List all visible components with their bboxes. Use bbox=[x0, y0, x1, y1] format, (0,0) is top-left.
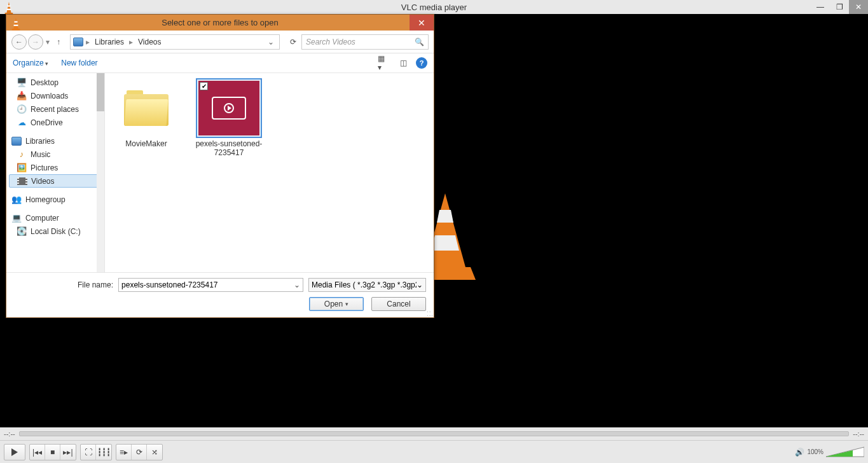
tree-computer[interactable]: 💻Computer bbox=[9, 211, 104, 225]
tree-desktop[interactable]: 🖥️Desktop bbox=[9, 76, 104, 89]
file-open-dialog: Select one or more files to open ✕ ← → ▾… bbox=[6, 14, 434, 318]
file-item-video[interactable]: ✔ pexels-sunsetoned-7235417 bbox=[194, 79, 264, 158]
tree-videos[interactable]: Videos bbox=[9, 174, 104, 188]
window-buttons: — ❐ ✕ bbox=[811, 0, 868, 14]
svg-rect-2 bbox=[7, 9, 11, 10]
minimize-button[interactable]: — bbox=[811, 0, 830, 14]
tree-scroll-thumb[interactable] bbox=[97, 73, 104, 111]
music-icon: ♪ bbox=[17, 149, 27, 160]
vlc-main-window: VLC media player — ❐ ✕ --:-- --:-- |◂◂ ■… bbox=[0, 0, 868, 463]
resize-grip[interactable]: . .. . . bbox=[427, 308, 432, 316]
close-button[interactable]: ✕ bbox=[849, 0, 868, 14]
breadcrumb-libraries[interactable]: Libraries bbox=[92, 38, 127, 46]
toolbar-right: ▦ ▾ ◫ ? bbox=[378, 57, 427, 69]
new-folder-button[interactable]: New folder bbox=[61, 59, 97, 67]
filename-label: File name: bbox=[78, 280, 113, 289]
tree-downloads[interactable]: 📥Downloads bbox=[9, 89, 104, 102]
tree-label: Computer bbox=[25, 214, 59, 223]
tree-label: Libraries bbox=[25, 137, 55, 146]
tree-local-disk[interactable]: 💽Local Disk (C:) bbox=[9, 225, 104, 238]
file-type-filter[interactable]: Media Files ( *.3g2 *.3gp *.3gp2 ⌄ bbox=[308, 278, 426, 292]
breadcrumb-videos[interactable]: Videos bbox=[135, 38, 163, 46]
tree-label: Videos bbox=[31, 177, 54, 186]
file-name: MovieMaker bbox=[125, 139, 167, 148]
tree-pictures[interactable]: 🖼️Pictures bbox=[9, 161, 104, 174]
folder-icon bbox=[114, 79, 178, 137]
skip-group: |◂◂ ■ ▸▸| bbox=[29, 444, 76, 460]
svg-marker-8 bbox=[11, 448, 18, 456]
loop-button[interactable]: ⟳ bbox=[132, 445, 147, 460]
onedrive-icon: ☁ bbox=[17, 118, 27, 128]
svg-marker-11 bbox=[13, 17, 18, 28]
selection-checkbox[interactable]: ✔ bbox=[200, 82, 208, 90]
playlist-button[interactable]: ≡▸ bbox=[116, 445, 132, 460]
libraries-icon bbox=[11, 136, 22, 146]
file-name: pexels-sunsetoned-7235417 bbox=[194, 139, 264, 158]
button-label: Open bbox=[324, 300, 343, 308]
dialog-close-button[interactable]: ✕ bbox=[410, 15, 434, 31]
disk-icon: 💽 bbox=[17, 226, 27, 237]
view-mode-button[interactable]: ▦ ▾ bbox=[378, 57, 390, 69]
search-input[interactable] bbox=[306, 38, 415, 46]
open-button[interactable]: Open▾ bbox=[309, 297, 364, 311]
svg-rect-12 bbox=[14, 21, 17, 22]
stop-button[interactable]: ■ bbox=[45, 445, 60, 460]
shuffle-button[interactable]: ⤨ bbox=[147, 445, 162, 460]
nav-back-button[interactable]: ← bbox=[11, 34, 27, 50]
file-item-folder[interactable]: MovieMaker bbox=[111, 79, 181, 148]
tree-label: Downloads bbox=[31, 92, 68, 100]
libraries-icon bbox=[73, 37, 83, 47]
nav-up-button[interactable]: ↑ bbox=[52, 36, 65, 48]
tree-homegroup[interactable]: 👥Homegroup bbox=[9, 193, 104, 206]
seek-slider[interactable] bbox=[19, 431, 850, 436]
file-list[interactable]: MovieMaker ✔ pexels-sunsetoned-7235417 bbox=[105, 73, 434, 272]
breadcrumb-bar[interactable]: ▸ Libraries ▸ Videos ⌄ bbox=[70, 34, 280, 50]
preview-pane-button[interactable]: ◫ bbox=[397, 57, 410, 69]
volume-percent: 100% bbox=[807, 448, 823, 455]
tree-music[interactable]: ♪Music bbox=[9, 148, 104, 161]
videos-icon bbox=[17, 176, 27, 186]
cancel-button[interactable]: Cancel bbox=[371, 297, 426, 311]
breadcrumb-dropdown[interactable]: ⌄ bbox=[265, 38, 277, 46]
breadcrumb-sep: ▸ bbox=[129, 38, 133, 46]
tree-libraries[interactable]: Libraries bbox=[9, 134, 104, 148]
filename-combobox[interactable]: pexels-sunsetoned-7235417 ⌄ bbox=[118, 278, 303, 292]
dialog-nav-row: ← → ▾ ↑ ▸ Libraries ▸ Videos ⌄ ⟳ 🔍 bbox=[6, 31, 434, 53]
recent-locations-dropdown[interactable]: ▾ bbox=[45, 38, 51, 46]
search-box[interactable]: 🔍 bbox=[301, 34, 429, 50]
tree-onedrive[interactable]: ☁OneDrive bbox=[9, 116, 104, 129]
dialog-titlebar: Select one or more files to open ✕ bbox=[6, 15, 434, 31]
speaker-icon[interactable]: 🔊 bbox=[795, 448, 804, 457]
tree-label: Recent places bbox=[31, 105, 79, 114]
svg-rect-14 bbox=[12, 28, 20, 30]
tree-recent-places[interactable]: 🕘Recent places bbox=[9, 102, 104, 116]
help-button[interactable]: ? bbox=[416, 57, 427, 69]
homegroup-icon: 👥 bbox=[11, 195, 22, 205]
previous-button[interactable]: |◂◂ bbox=[30, 445, 45, 460]
extended-settings-button[interactable]: ┇┇┇ bbox=[96, 445, 111, 460]
maximize-button[interactable]: ❐ bbox=[830, 0, 849, 14]
svg-rect-1 bbox=[7, 5, 10, 6]
nav-forward-button[interactable]: → bbox=[28, 34, 43, 50]
filename-row: File name: pexels-sunsetoned-7235417 ⌄ M… bbox=[14, 278, 426, 292]
filename-value: pexels-sunsetoned-7235417 bbox=[121, 280, 217, 289]
play-button[interactable] bbox=[4, 444, 25, 460]
playback-controls: |◂◂ ■ ▸▸| ⛶ ┇┇┇ ≡▸ ⟳ ⤨ 🔊 100% bbox=[0, 440, 868, 463]
chevron-down-icon[interactable]: ⌄ bbox=[417, 280, 423, 289]
video-thumbnail: ✔ bbox=[197, 79, 261, 137]
tree-label: Desktop bbox=[31, 78, 59, 87]
organize-menu[interactable]: Organize bbox=[13, 59, 48, 67]
split-arrow-icon[interactable]: ▾ bbox=[345, 301, 348, 307]
chevron-down-icon[interactable]: ⌄ bbox=[294, 280, 300, 289]
next-button[interactable]: ▸▸| bbox=[60, 445, 76, 460]
svg-marker-5 bbox=[437, 210, 453, 223]
vlc-cone-icon bbox=[3, 1, 15, 13]
volume-slider[interactable] bbox=[826, 446, 864, 459]
app-title: VLC media player bbox=[401, 3, 467, 12]
svg-rect-13 bbox=[14, 24, 18, 25]
playlist-group: ≡▸ ⟳ ⤨ bbox=[116, 444, 163, 460]
svg-marker-0 bbox=[6, 2, 11, 13]
fullscreen-button[interactable]: ⛶ bbox=[81, 445, 96, 460]
recent-icon: 🕘 bbox=[17, 104, 27, 114]
refresh-button[interactable]: ⟳ bbox=[286, 35, 300, 49]
